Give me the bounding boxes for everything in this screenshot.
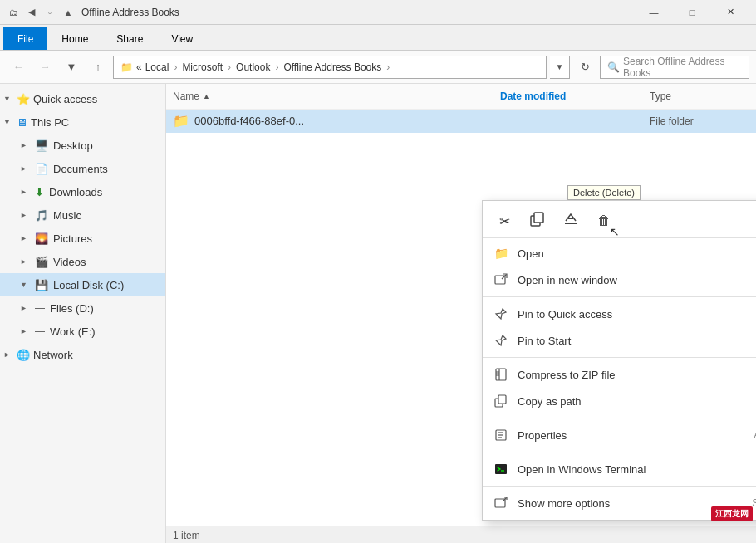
- ctx-show-more-options-shortcut: Shift+F10: [752, 497, 756, 509]
- sidebar-item-desktop[interactable]: ► 🖥️ Desktop: [0, 134, 165, 157]
- pin-icon-1: [493, 306, 509, 322]
- documents-icon: 📄: [35, 163, 48, 175]
- ctx-pin-start[interactable]: Pin to Start: [483, 327, 756, 354]
- status-text: 1 item: [173, 530, 200, 541]
- sidebar-item-pictures[interactable]: ► 🌄 Pictures: [0, 227, 165, 250]
- open-folder-icon: 📁: [493, 245, 509, 262]
- sidebar-item-quick-access[interactable]: ▼ ⭐ Quick access: [0, 87, 165, 110]
- ctx-open-label: Open: [518, 247, 756, 260]
- title-bar: 🗂 ◀ ◦ ▲ Offline Address Books — □ ✕: [0, 0, 756, 25]
- search-icon: 🔍: [607, 61, 620, 73]
- context-toolbar: ✂: [483, 204, 756, 238]
- tab-file[interactable]: File: [3, 27, 47, 50]
- ribbon: File Home Share View: [0, 25, 756, 51]
- tab-share[interactable]: Share: [102, 27, 157, 50]
- delete-button[interactable]: 🗑 Delete (Delete) ↖: [589, 208, 619, 234]
- folder-icon: 📁: [120, 61, 133, 73]
- delete-tooltip: Delete (Delete): [567, 185, 641, 200]
- sidebar-item-this-pc[interactable]: ▼ 🖥 This PC: [0, 110, 165, 134]
- refresh-button[interactable]: ↻: [573, 56, 596, 79]
- chevron-down-icon-pc: ▼: [3, 118, 13, 126]
- downloads-label: Downloads: [49, 186, 102, 198]
- sidebar-item-files-d[interactable]: ► — Files (D:): [0, 296, 165, 320]
- terminal-icon: [493, 461, 509, 477]
- address-dropdown-button[interactable]: ▼: [550, 56, 570, 79]
- this-pc-label: This PC: [31, 116, 69, 129]
- up-button[interactable]: ↑: [86, 56, 110, 79]
- folder-file-icon: 📁: [173, 113, 189, 130]
- ctx-pin-quick-access[interactable]: Pin to Quick access: [483, 301, 756, 327]
- desktop-icon: 🖥️: [35, 139, 48, 152]
- new-window-icon: [493, 272, 509, 288]
- sidebar-item-downloads[interactable]: ► ⬇ Downloads: [0, 180, 165, 203]
- col-date-header[interactable]: Date modified: [500, 87, 650, 105]
- back-button[interactable]: ←: [7, 56, 30, 79]
- context-menu: ✂: [482, 200, 756, 521]
- chevron-right-icon: ►: [20, 141, 30, 149]
- videos-icon: 🎬: [35, 256, 48, 268]
- copy-icon: [530, 212, 545, 230]
- content-area: Name ▲ Date modified Type 📁 0006bffd-f46…: [166, 84, 756, 543]
- ctx-copy-path[interactable]: Copy as path: [483, 388, 756, 414]
- sidebar-item-work-e[interactable]: ► — Work (E:): [0, 320, 165, 343]
- rename-button[interactable]: [556, 208, 586, 234]
- music-icon: 🎵: [35, 209, 48, 222]
- title-bar-forward: ◦: [43, 6, 56, 19]
- chevron-right-icon: ►: [20, 304, 30, 312]
- work-e-label: Work (E:): [50, 325, 96, 338]
- app-icon: 🗂: [7, 6, 20, 19]
- zip-icon: [493, 366, 509, 383]
- chevron-right-icon: ►: [20, 234, 30, 242]
- separator-4: [483, 452, 756, 452]
- address-box[interactable]: 📁 « Local › Microsoft › Outlook › Offlin…: [113, 56, 547, 79]
- copy-button[interactable]: [523, 208, 552, 234]
- sidebar-item-network[interactable]: ► 🌐 Network: [0, 343, 165, 366]
- cut-button[interactable]: ✂: [489, 208, 519, 234]
- ctx-open-terminal-label: Open in Windows Terminal: [518, 463, 756, 476]
- pictures-icon: 🌄: [35, 232, 48, 245]
- chevron-right-icon: ►: [20, 211, 30, 219]
- ctx-copy-path-label: Copy as path: [518, 395, 756, 408]
- disk-c-icon: 💾: [35, 279, 48, 291]
- sidebar-item-local-disk-c[interactable]: ▼ 💾 Local Disk (C:): [0, 273, 165, 296]
- svg-rect-3: [568, 218, 573, 219]
- properties-icon: [493, 427, 509, 443]
- ctx-compress-zip[interactable]: Compress to ZIP file: [483, 361, 756, 388]
- title-bar-up: ▲: [61, 6, 75, 19]
- rename-icon: [563, 212, 578, 230]
- forward-button[interactable]: →: [33, 56, 56, 79]
- col-name-header[interactable]: Name ▲: [173, 87, 500, 105]
- sidebar-item-documents[interactable]: ► 📄 Documents: [0, 157, 165, 180]
- ctx-pin-start-label: Pin to Start: [518, 335, 756, 347]
- file-row[interactable]: 📁 0006bffd-f466-88ef-0... File folder: [166, 110, 756, 133]
- separator-5: [483, 486, 756, 487]
- maximize-button[interactable]: □: [673, 0, 711, 25]
- network-label: Network: [33, 349, 73, 361]
- tab-home[interactable]: Home: [47, 27, 102, 50]
- ctx-show-more-options-label: Show more options: [518, 497, 744, 510]
- ctx-open[interactable]: 📁 Open Enter: [483, 240, 756, 267]
- minimize-button[interactable]: —: [635, 0, 673, 25]
- monitor-icon: 🖥: [17, 116, 27, 129]
- files-d-label: Files (D:): [50, 302, 94, 315]
- file-name: 0006bffd-f466-88ef-0...: [194, 115, 500, 127]
- col-type-header: Type: [650, 87, 749, 105]
- title-bar-back: ◀: [25, 6, 38, 19]
- ctx-properties[interactable]: Properties Alt+Enter: [483, 422, 756, 448]
- search-box[interactable]: 🔍 Search Offline Address Books: [600, 56, 749, 79]
- ctx-open-new-window[interactable]: Open in new window: [483, 267, 756, 293]
- ribbon-tabs: File Home Share View: [0, 25, 756, 50]
- tab-view[interactable]: View: [157, 27, 207, 50]
- recent-locations-button[interactable]: ▼: [60, 56, 83, 79]
- ctx-pin-quick-access-label: Pin to Quick access: [518, 308, 756, 320]
- sidebar-item-music[interactable]: ► 🎵 Music: [0, 203, 165, 227]
- ctx-open-terminal[interactable]: Open in Windows Terminal: [483, 456, 756, 482]
- svg-rect-1: [534, 213, 543, 223]
- sidebar: ▼ ⭐ Quick access ▼ 🖥 This PC ► 🖥️ Deskto…: [0, 84, 166, 543]
- copy-path-icon: [493, 393, 509, 409]
- ctx-properties-label: Properties: [518, 429, 745, 442]
- close-button[interactable]: ✕: [711, 0, 749, 25]
- more-options-icon: [493, 495, 509, 511]
- sidebar-item-videos[interactable]: ► 🎬 Videos: [0, 250, 165, 273]
- downloads-icon: ⬇: [35, 186, 44, 198]
